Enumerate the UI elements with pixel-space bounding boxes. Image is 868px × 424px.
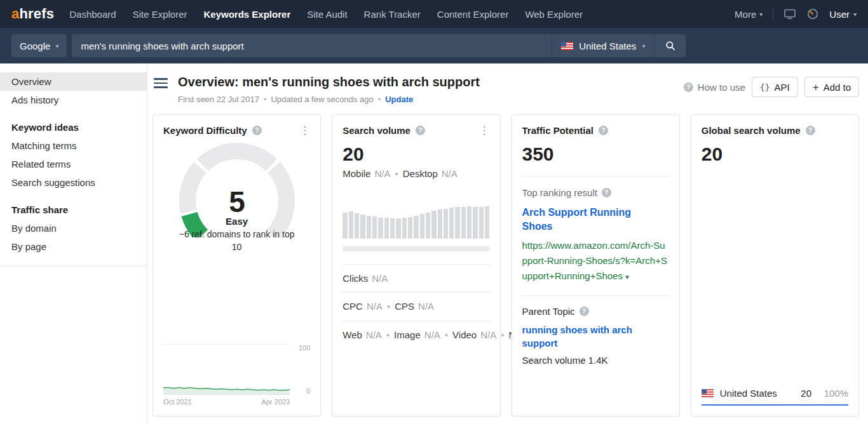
add-to-button[interactable]: + Add to: [804, 77, 859, 97]
search-volume-card: Search volume ? ⋮ 20 MobileN/A•DesktopN/…: [332, 114, 500, 416]
sidebar-item-search-suggestions[interactable]: Search suggestions: [0, 173, 147, 192]
chevron-down-icon: ▾: [55, 43, 58, 50]
nav-item-site-explorer[interactable]: Site Explorer: [133, 9, 187, 20]
usage-meter-button[interactable]: [806, 8, 819, 20]
kebab-menu-icon[interactable]: ⋮: [479, 125, 490, 136]
parent-topic-text: Parent Topic: [522, 306, 575, 317]
volume-bar: [479, 207, 484, 239]
volume-bar: [367, 216, 371, 239]
ahrefs-logo[interactable]: ahrefs: [11, 6, 54, 22]
card-header: Traffic Potential ?: [522, 125, 669, 136]
page-header: Overview: men's running shoes with arch …: [153, 75, 859, 104]
user-menu[interactable]: User▾: [829, 9, 857, 20]
sidebar-item-overview[interactable]: Overview: [0, 72, 147, 91]
question-icon: ?: [684, 83, 693, 92]
sidebar-item-matching-terms[interactable]: Matching terms: [0, 136, 147, 155]
sidebar-item-related-terms[interactable]: Related terms: [0, 155, 147, 173]
nav-item-rank-tracker[interactable]: Rank Tracker: [364, 9, 421, 20]
top-result-url-link[interactable]: https://www.amazon.com/Arch-Support-Runn…: [522, 238, 669, 284]
metric-value-desktop: N/A: [442, 168, 458, 179]
volume-bar: [372, 216, 377, 239]
chevron-down-icon[interactable]: ▾: [625, 273, 629, 281]
dot-separator: •: [387, 301, 390, 312]
search-engine-select[interactable]: Google▾: [11, 34, 67, 57]
collapse-sidebar-icon[interactable]: [154, 78, 168, 88]
question-icon[interactable]: ?: [580, 307, 589, 316]
y-max-label: 100: [299, 344, 310, 352]
first-seen-text: First seen 22 Jul 2017: [178, 95, 259, 104]
metric-label-mobile: Mobile: [342, 168, 370, 179]
kebab-menu-icon[interactable]: ⋮: [299, 125, 310, 136]
volume-bar: [455, 207, 459, 239]
card-title: Search volume: [342, 125, 410, 136]
kd-description: ~6 ref. domains to rank in top 10: [177, 228, 297, 254]
usage-meter-icon: [806, 8, 819, 20]
traffic-potential-value: 350: [522, 143, 669, 165]
content: OverviewAds historyKeyword ideasMatching…: [0, 63, 868, 424]
metric-label-clicks: Clicks: [342, 273, 368, 284]
overview-cards: Keyword Difficulty ? ⋮ 5 Easy ~6 ref. do…: [153, 114, 859, 416]
volume-bar: [355, 213, 359, 239]
volume-bar: [426, 213, 430, 239]
x-start-label: Oct 2021: [163, 398, 192, 406]
kd-trend-block: 100 0 Oct 2021 Apr 2023: [163, 344, 310, 406]
how-to-use-label: How to use: [698, 82, 745, 93]
header-actions: ? How to use {} API + Add to: [684, 75, 859, 97]
main-panel: Overview: men's running shoes with arch …: [147, 63, 868, 424]
question-icon[interactable]: ?: [252, 126, 262, 135]
keyword-input[interactable]: [72, 34, 552, 57]
api-button[interactable]: {} API: [752, 77, 798, 97]
volume-bar: [390, 218, 395, 239]
metric-label-image: Image: [394, 329, 421, 340]
kd-trend-plot: [163, 344, 290, 395]
country-select[interactable]: United States ▾: [552, 34, 654, 57]
search-button[interactable]: [654, 34, 686, 57]
metric-row: ClicksN/A: [342, 264, 489, 292]
sidebar-item-ads-history[interactable]: Ads history: [0, 91, 147, 109]
top-ranking-text: Top ranking result: [522, 187, 597, 198]
card-title: Global search volume: [702, 125, 801, 136]
more-menu[interactable]: More▾: [735, 9, 763, 20]
nav-item-web-explorer[interactable]: Web Explorer: [525, 9, 583, 20]
nav-item-site-audit[interactable]: Site Audit: [307, 9, 347, 20]
update-link[interactable]: Update: [385, 95, 413, 104]
dot-separator: •: [501, 329, 504, 340]
chart-scrollbar[interactable]: [342, 246, 489, 251]
parent-topic-link[interactable]: running shoes with arch support: [522, 323, 646, 350]
question-icon[interactable]: ?: [602, 188, 611, 197]
nav-item-content-explorer[interactable]: Content Explorer: [437, 9, 509, 20]
search-volume-history-chart: [342, 192, 489, 239]
sidebar-item-by-domain[interactable]: By domain: [0, 219, 147, 237]
sidebar-header-keyword-ideas: Keyword ideas: [0, 109, 147, 136]
volume-bar: [431, 211, 436, 239]
global-country-list: United States 20 100%: [702, 388, 848, 406]
question-icon[interactable]: ?: [599, 126, 608, 135]
nav-item-keywords-explorer[interactable]: Keywords Explorer: [204, 9, 291, 20]
metric-value-video: N/A: [480, 329, 496, 340]
global-volume-value: 20: [702, 143, 848, 165]
kd-gauge-segment: [187, 168, 200, 212]
metric-label-cps: CPS: [395, 301, 414, 312]
metric-value-cpc: N/A: [367, 301, 383, 312]
metric-value-image: N/A: [424, 329, 440, 340]
volume-bar: [467, 206, 471, 239]
sidebar-item-by-page[interactable]: By page: [0, 237, 147, 256]
question-icon[interactable]: ?: [416, 126, 425, 135]
title-block: Overview: men's running shoes with arch …: [178, 75, 480, 104]
kd-gauge-segment: [202, 151, 271, 165]
add-to-label: Add to: [824, 82, 851, 93]
question-icon[interactable]: ?: [806, 126, 815, 135]
how-to-use-link[interactable]: ? How to use: [684, 82, 745, 93]
top-result-title-link[interactable]: Arch Support Running Shoes: [522, 206, 649, 233]
metric-value-cps: N/A: [418, 301, 434, 312]
display-icon-button[interactable]: [783, 8, 796, 20]
top-ranking-result-label: Top ranking result ?: [522, 187, 669, 198]
chevron-down-icon: ▾: [759, 11, 763, 18]
nav-item-dashboard[interactable]: Dashboard: [69, 9, 116, 20]
metric-label-desktop: Desktop: [403, 168, 438, 179]
more-label: More: [735, 9, 756, 20]
chevron-down-icon: ▾: [853, 11, 857, 18]
divider: [522, 295, 669, 296]
updated-text: Updated a few seconds ago: [271, 95, 373, 104]
kd-trend-x-axis: Oct 2021 Apr 2023: [163, 398, 310, 406]
